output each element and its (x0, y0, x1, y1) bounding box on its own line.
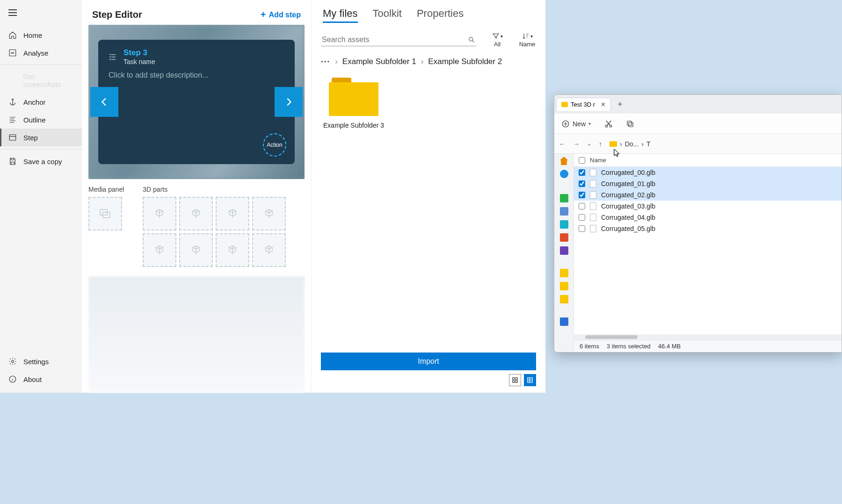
svg-rect-11 (515, 381, 517, 382)
3d-part-slot[interactable] (143, 233, 176, 267)
sort-button[interactable]: ▾ Name (518, 32, 536, 48)
nav-folder-icon[interactable] (560, 269, 568, 277)
nav-videos-icon[interactable] (560, 246, 568, 255)
import-button[interactable]: Import (321, 353, 536, 370)
nav-folder-icon[interactable] (560, 295, 568, 303)
sidebar-item-label: Settings (23, 358, 49, 366)
file-row[interactable]: Corrugated_02.glb (574, 189, 842, 201)
nav-documents-icon[interactable] (560, 207, 568, 216)
action-badge[interactable]: Action (263, 133, 286, 157)
folder-icon (561, 102, 568, 107)
copy-button[interactable] (626, 120, 634, 128)
new-tab-button[interactable]: + (617, 100, 623, 109)
analyse-icon (8, 49, 17, 57)
assets-tabs: My files Toolkit Properties (321, 0, 536, 26)
folder-icon (610, 141, 617, 147)
3d-part-slot[interactable] (179, 197, 213, 230)
nav-pictures-icon[interactable] (560, 220, 568, 229)
add-step-button[interactable]: + Add step (261, 9, 301, 20)
nav-onedrive-icon[interactable] (560, 170, 568, 178)
select-all-checkbox[interactable] (579, 157, 585, 164)
filter-button[interactable]: ▾ All (488, 32, 506, 48)
nav-downloads-icon[interactable] (560, 194, 568, 202)
nav-music-icon[interactable] (560, 233, 568, 242)
search-input[interactable] (322, 36, 468, 44)
next-step-button[interactable] (275, 87, 303, 117)
list-view-button[interactable] (524, 374, 536, 386)
3d-part-slot[interactable] (216, 233, 249, 267)
file-checkbox[interactable] (579, 225, 585, 232)
horizontal-scrollbar[interactable] (574, 334, 842, 340)
file-name: Corrugated_04.glb (601, 214, 655, 221)
file-row[interactable]: Corrugated_05.glb (574, 223, 842, 234)
tab-toolkit[interactable]: Toolkit (373, 7, 402, 23)
step-card[interactable]: Step 3 Task name Click to add step descr… (98, 40, 295, 164)
sidebar-item-save-copy[interactable]: Save a copy (0, 152, 82, 170)
explorer-navbar: ← → ⌄ ↑ › Do... › T (554, 134, 842, 154)
prev-step-button[interactable] (90, 87, 118, 117)
path-segment[interactable]: Do... (625, 140, 639, 148)
file-checkbox[interactable] (579, 180, 585, 187)
breadcrumb-item[interactable]: Example Subfolder 1 (342, 57, 416, 66)
sidebar-item-settings[interactable]: Settings (0, 353, 82, 370)
breadcrumb-item[interactable]: Example Subfolder 2 (428, 57, 502, 66)
nav-thispc-icon[interactable] (560, 317, 568, 326)
cut-button[interactable] (604, 120, 613, 128)
file-row[interactable]: Corrugated_01.glb (574, 178, 842, 189)
search-box[interactable] (321, 34, 476, 46)
3d-part-slot[interactable] (216, 197, 249, 230)
gear-icon (8, 357, 17, 366)
up-button[interactable]: ↑ (599, 140, 602, 148)
chevron-down-icon: ▾ (588, 121, 591, 126)
sidebar-item-about[interactable]: About (0, 370, 82, 388)
3d-parts-section: 3D parts (143, 186, 286, 267)
tab-my-files[interactable]: My files (323, 7, 358, 23)
file-checkbox[interactable] (579, 203, 585, 209)
3d-part-slot[interactable] (143, 197, 176, 230)
file-row[interactable]: Corrugated_03.glb (574, 201, 842, 212)
assets-panel: My files Toolkit Properties ▾ All ▾ Name… (311, 0, 545, 393)
tab-properties[interactable]: Properties (417, 7, 464, 23)
search-icon[interactable] (468, 36, 475, 43)
new-button[interactable]: New ▾ (561, 119, 591, 129)
media-slot[interactable] (88, 197, 122, 230)
file-explorer-window[interactable]: Test 3D r ✕ + New ▾ ← → ⌄ ↑ › Do... › T (554, 94, 842, 353)
folder-item[interactable]: Example Subfolder 3 (321, 78, 386, 129)
3d-part-slot[interactable] (179, 233, 213, 267)
sidebar-item-step[interactable]: Step (0, 129, 82, 146)
sidebar-item-anchor[interactable]: Anchor (0, 93, 82, 111)
close-tab-button[interactable]: ✕ (601, 101, 606, 108)
step-description-placeholder[interactable]: Click to add step description... (109, 71, 284, 79)
sidebar-item-label: Analyse (23, 49, 48, 57)
hamburger-button[interactable] (0, 5, 82, 21)
status-selected-size: 46.4 MB (658, 343, 681, 350)
explorer-nav-pane[interactable] (554, 154, 574, 352)
file-row[interactable]: Corrugated_00.glb (574, 167, 842, 178)
svg-rect-9 (515, 378, 517, 380)
file-checkbox[interactable] (579, 192, 585, 198)
file-checkbox[interactable] (579, 169, 585, 176)
nav-home-icon[interactable] (560, 157, 568, 165)
status-selected-count: 3 items selected (607, 343, 651, 350)
grid-view-button[interactable] (509, 374, 521, 386)
back-button[interactable]: ← (559, 140, 566, 148)
file-list[interactable]: Corrugated_00.glbCorrugated_01.glbCorrug… (574, 167, 842, 334)
breadcrumb-more[interactable]: ··· (321, 57, 330, 66)
explorer-tab[interactable]: Test 3D r ✕ (556, 98, 611, 111)
sidebar-item-home[interactable]: Home (0, 26, 82, 44)
file-row[interactable]: Corrugated_04.glb (574, 212, 842, 223)
name-column-header[interactable]: Name (590, 157, 606, 164)
file-checkbox[interactable] (579, 214, 585, 221)
nav-folder-icon[interactable] (560, 282, 568, 290)
sidebar-item-analyse[interactable]: Analyse (0, 44, 82, 62)
chevron-down-icon: ▾ (530, 34, 533, 39)
3d-part-slot[interactable] (252, 233, 286, 267)
sidebar-divider (0, 65, 82, 65)
sidebar-item-outline[interactable]: Outline (0, 111, 82, 129)
address-bar[interactable]: › Do... › T (610, 140, 837, 148)
chevron-right-icon: › (641, 140, 644, 148)
3d-part-slot[interactable] (252, 197, 286, 230)
history-dropdown[interactable]: ⌄ (587, 141, 591, 147)
forward-button[interactable]: → (573, 140, 580, 148)
sidebar-item-doc-screenshots[interactable]: Doc screenshots (0, 68, 82, 93)
